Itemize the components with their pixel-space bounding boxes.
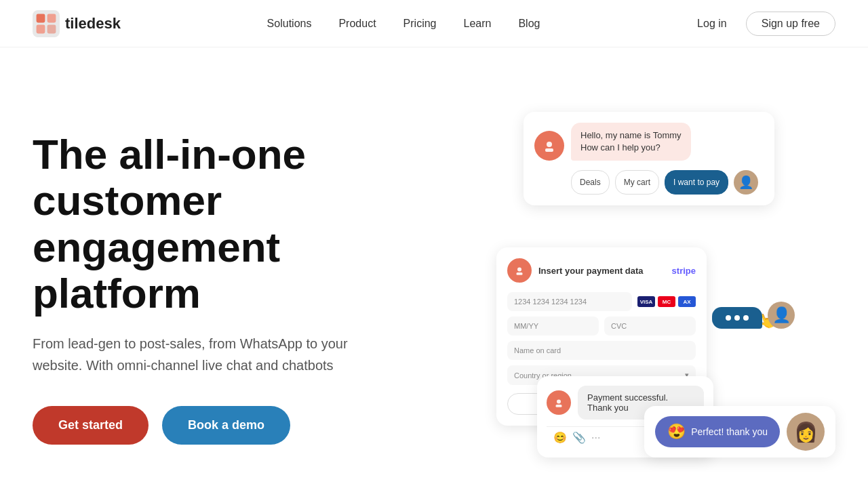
svg-rect-1 — [47, 14, 56, 22]
nav-product[interactable]: Product — [328, 12, 387, 35]
attachment-icon[interactable]: 📎 — [572, 431, 586, 444]
more-icon[interactable]: ··· — [591, 432, 600, 444]
nav-actions: Log in Sign up free — [686, 12, 835, 36]
qr-cart[interactable]: My cart — [615, 170, 659, 195]
amex-icon: AX — [678, 296, 696, 307]
chat-card-greeting: Hello, my name is Tommy How can I help y… — [524, 112, 774, 205]
typing-row: 👤 — [712, 302, 795, 329]
bot-message-row: Hello, my name is Tommy How can I help y… — [534, 123, 764, 161]
bot-avatar-success — [547, 390, 571, 415]
logo-text: tiledesk — [65, 15, 121, 33]
quick-replies: Deals My cart I want to pay 👤 — [571, 170, 764, 195]
hero-title: The all-in-one customer engagement platf… — [33, 131, 439, 317]
payment-form-title: Insert your payment data — [538, 266, 644, 276]
visa-icon: VISA — [637, 296, 655, 307]
dot-1 — [726, 315, 731, 321]
svg-point-6 — [517, 268, 521, 272]
logo-icon — [33, 10, 60, 37]
chat-card-thanks: 😍 Perfect! thank you 👩 — [644, 406, 835, 458]
svg-rect-3 — [47, 24, 56, 33]
svg-point-4 — [547, 142, 552, 147]
dot-3 — [743, 315, 749, 321]
user-avatar-1: 👤 — [734, 170, 758, 195]
stripe-logo: stripe — [672, 266, 696, 276]
mastercard-icon: MC — [658, 296, 675, 307]
hero-subtitle: From lead-gen to post-sales, from WhatsA… — [33, 333, 385, 376]
user-avatar-2: 👤 — [768, 302, 795, 329]
login-button[interactable]: Log in — [686, 12, 738, 35]
get-started-button[interactable]: Get started — [33, 406, 149, 445]
svg-rect-9 — [556, 405, 562, 407]
navbar: tiledesk Solutions Product Pricing Learn… — [0, 0, 868, 47]
nav-solutions[interactable]: Solutions — [256, 12, 323, 35]
book-demo-button[interactable]: Book a demo — [162, 406, 290, 445]
svg-rect-2 — [37, 24, 45, 33]
qr-pay[interactable]: I want to pay — [665, 170, 728, 195]
dot-2 — [734, 315, 740, 321]
bot-avatar — [534, 131, 564, 161]
bot-greeting-bubble: Hello, my name is Tommy How can I help y… — [571, 123, 691, 161]
card-number-field[interactable]: 1234 1234 1234 1234 — [507, 292, 632, 311]
hero-buttons: Get started Book a demo — [33, 406, 439, 445]
signup-button[interactable]: Sign up free — [746, 12, 835, 36]
qr-deals[interactable]: Deals — [571, 170, 610, 195]
nav-learn[interactable]: Learn — [452, 12, 502, 35]
svg-point-8 — [557, 400, 561, 404]
cvc-field[interactable]: CVC — [604, 317, 696, 336]
payment-expiry-cvc-row: MM/YY CVC — [507, 317, 696, 336]
svg-rect-0 — [37, 14, 45, 22]
logo[interactable]: tiledesk — [33, 10, 121, 37]
emoji-icon[interactable]: 😊 — [553, 431, 567, 444]
bot-avatar-payment — [507, 258, 532, 283]
name-field[interactable]: Name on card — [507, 341, 696, 360]
svg-rect-7 — [517, 272, 523, 275]
emoji-heart-eyes: 😍 — [667, 423, 686, 441]
svg-rect-5 — [545, 148, 553, 152]
hero-section: The all-in-one customer engagement platf… — [0, 47, 868, 488]
payment-header: Insert your payment data stripe — [507, 258, 696, 283]
nav-blog[interactable]: Blog — [507, 12, 551, 35]
chat-illustration: Hello, my name is Tommy How can I help y… — [496, 112, 835, 464]
expiry-field[interactable]: MM/YY — [507, 317, 599, 336]
typing-bubble — [712, 307, 762, 329]
nav-pricing[interactable]: Pricing — [393, 12, 448, 35]
user-avatar-large: 👩 — [787, 413, 825, 451]
card-icons: VISA MC AX — [637, 296, 696, 307]
thanks-bubble: 😍 Perfect! thank you — [655, 416, 780, 447]
hero-left: The all-in-one customer engagement platf… — [33, 131, 439, 445]
nav-links: Solutions Product Pricing Learn Blog — [256, 12, 551, 35]
